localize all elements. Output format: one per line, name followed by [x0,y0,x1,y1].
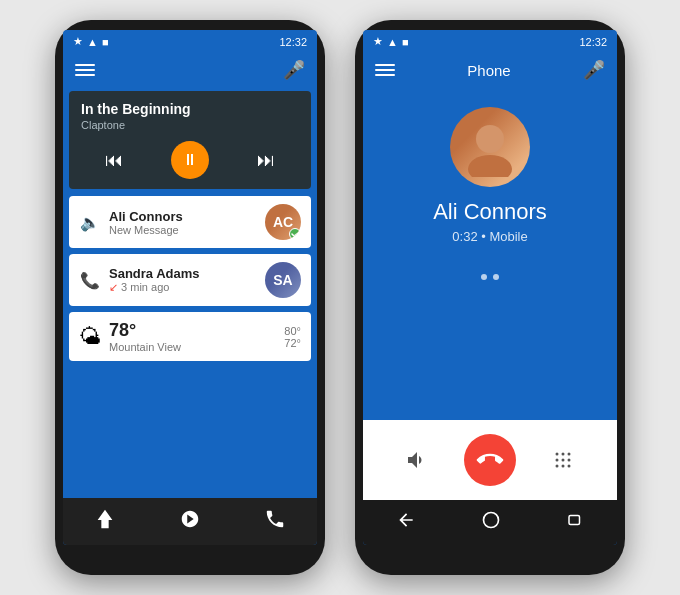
weather-range: 80° 72° [284,325,301,349]
left-screen: ★ ▲ ■ 12:32 🎤 In the Beginning Claptone … [63,30,317,545]
svg-point-10 [568,465,571,468]
right-phone: ★ ▲ ■ 12:32 Phone 🎤 [355,20,625,575]
avatar-ali: AC [265,204,301,240]
weather-card: 🌤 78° Mountain View 80° 72° [69,312,311,361]
prev-button[interactable]: ⏮ [105,150,123,171]
svg-point-1 [468,155,512,177]
home-button-right[interactable] [481,510,501,535]
phone-screen-label: Phone [467,62,510,79]
avatar-sandra: SA [265,262,301,298]
phone-button-left[interactable] [264,508,286,535]
clock-left: 12:32 [279,36,307,48]
svg-point-5 [556,459,559,462]
status-bar-right: ★ ▲ ■ 12:32 [363,30,617,53]
notification-ali[interactable]: 🔈 Ali Connors New Message AC [69,196,311,248]
status-bar-left: ★ ▲ ■ 12:32 [63,30,317,53]
speaker-button[interactable] [396,439,438,481]
left-phone: ★ ▲ ■ 12:32 🎤 In the Beginning Claptone … [55,20,325,575]
svg-point-6 [562,459,565,462]
bluetooth-icon-right: ★ [373,35,383,48]
menu-button-right[interactable] [375,64,395,76]
music-button[interactable] [179,508,201,535]
svg-point-0 [476,125,504,153]
right-screen: ★ ▲ ■ 12:32 Phone 🎤 [363,30,617,545]
phone-icon: 📞 [79,271,101,290]
svg-point-3 [562,453,565,456]
weather-temp: 78° [109,320,276,341]
call-avatar [450,107,530,187]
svg-rect-12 [569,516,580,525]
notif-sub-sandra: ↙ 3 min ago [109,281,257,294]
bottom-nav-left [63,498,317,545]
top-bar-right: Phone 🎤 [363,53,617,87]
music-title: In the Beginning [81,101,299,117]
call-dots [481,274,499,280]
call-status: 0:32 • Mobile [452,229,527,244]
weather-low: 72° [284,337,301,349]
status-icons-right: ★ ▲ ■ [373,35,409,48]
mic-button-left[interactable]: 🎤 [283,59,305,81]
notif-sub-ali: New Message [109,224,257,236]
weather-text: 78° Mountain View [109,320,276,353]
recent-button-right[interactable] [566,511,584,534]
keypad-button[interactable] [542,439,584,481]
status-icons-left: ★ ▲ ■ [73,35,109,48]
clock-right: 12:32 [579,36,607,48]
back-button-right[interactable] [396,510,416,535]
message-badge [289,228,301,240]
top-bar-left: 🎤 [63,53,317,87]
menu-button-left[interactable] [75,64,95,76]
phone-bottom-left [63,545,317,565]
end-call-button[interactable] [464,434,516,486]
next-button[interactable]: ⏭ [257,150,275,171]
weather-icon: 🌤 [79,324,101,350]
svg-point-2 [556,453,559,456]
notification-sandra[interactable]: 📞 Sandra Adams ↙ 3 min ago SA [69,254,311,306]
speaker-icon: 🔈 [79,213,101,232]
pause-button[interactable]: ⏸ [171,141,209,179]
call-controls [363,420,617,500]
svg-point-7 [568,459,571,462]
call-body: Ali Connors 0:32 • Mobile [363,87,617,420]
navigation-button[interactable] [94,508,116,535]
svg-point-8 [556,465,559,468]
dot-1 [481,274,487,280]
avatar-sandra-image: SA [265,262,301,298]
weather-location: Mountain View [109,341,276,353]
missed-icon: ↙ [109,281,118,293]
notif-text-ali: Ali Connors New Message [109,209,257,236]
signal-icon: ■ [102,36,109,48]
wifi-icon: ▲ [87,36,98,48]
svg-point-9 [562,465,565,468]
call-name: Ali Connors [433,199,547,225]
bluetooth-icon: ★ [73,35,83,48]
svg-point-4 [568,453,571,456]
music-card: In the Beginning Claptone ⏮ ⏸ ⏭ [69,91,311,189]
wifi-icon-right: ▲ [387,36,398,48]
music-controls: ⏮ ⏸ ⏭ [81,141,299,179]
phone-bottom-right [363,545,617,565]
music-artist: Claptone [81,119,299,131]
call-avatar-area: Ali Connors 0:32 • Mobile [433,87,547,420]
signal-icon-right: ■ [402,36,409,48]
dot-2 [493,274,499,280]
notif-name-ali: Ali Connors [109,209,257,224]
mic-button-right[interactable]: 🎤 [583,59,605,81]
weather-high: 80° [284,325,301,337]
notif-text-sandra: Sandra Adams ↙ 3 min ago [109,266,257,294]
svg-point-11 [483,513,498,528]
notif-name-sandra: Sandra Adams [109,266,257,281]
android-nav-right [363,500,617,545]
